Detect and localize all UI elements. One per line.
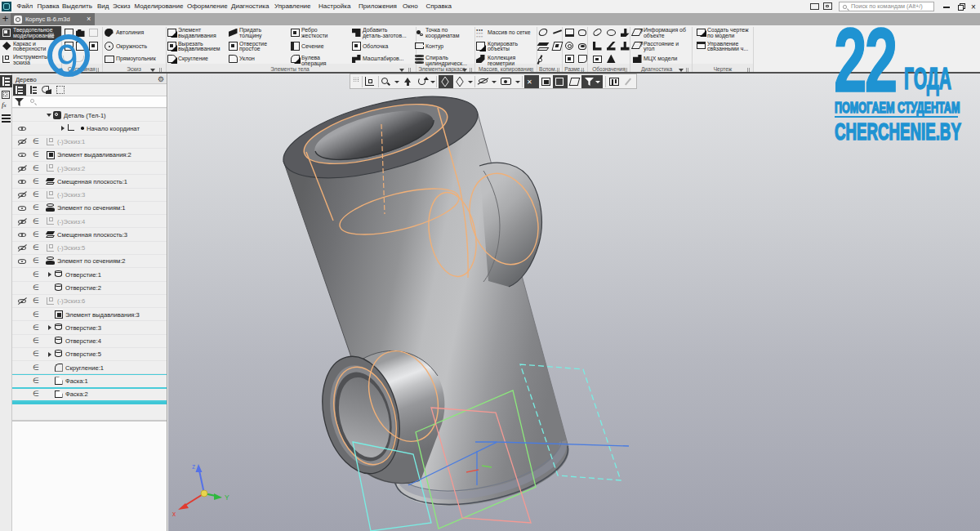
svg-text:x: x <box>172 510 176 518</box>
svg-text:z: z <box>192 462 195 471</box>
svg-text:Y: Y <box>225 493 229 502</box>
